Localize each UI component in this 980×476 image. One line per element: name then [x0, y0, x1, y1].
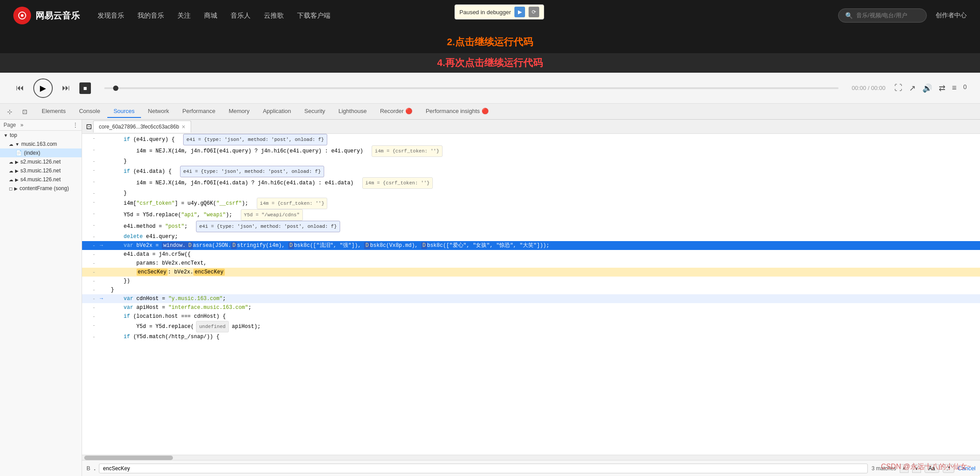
file-tree: Page » ⋮ ▼ top ☁ ▼ music.163.com 📄 (inde… [0, 120, 82, 476]
arrow-icon-5: ▶ [15, 177, 19, 182]
code-line-7: - i4m["csrf_token"] = u4y.gQ6K("__csrf")… [82, 198, 980, 209]
track-count: 0 [963, 83, 967, 93]
nav-item-follow[interactable]: 关注 [177, 12, 191, 20]
code-line-6: - } [82, 189, 980, 198]
code-line-21: - if (Y5d.match(/http_/snap/)) { [82, 332, 980, 341]
tab-lighthouse[interactable]: Lighthouse [332, 105, 373, 118]
tab-memory[interactable]: Memory [223, 105, 256, 118]
frame-icon: ◻ [9, 186, 12, 191]
volume-icon[interactable]: 🔊 [922, 83, 932, 93]
source-panel-toggle[interactable]: ⊡ [84, 122, 93, 131]
tab-sources[interactable]: Sources [107, 105, 141, 118]
file-tree-more-icon[interactable]: » [20, 122, 24, 128]
fullscreen-icon[interactable]: ⛶ [894, 83, 902, 93]
code-line-3: - } [82, 157, 980, 166]
nav-item-shop[interactable]: 商城 [204, 12, 217, 20]
code-line-17: - → var cdnHost = "y.music.163.com"; [82, 294, 980, 303]
file-label-5: s3.music.126.net [20, 168, 61, 174]
source-tab-active[interactable]: core_60a27896...3fec6cc63ac86b × [93, 121, 191, 133]
file-tree-music163[interactable]: ☁ ▼ music.163.com [0, 140, 82, 148]
tab-network[interactable]: Network [142, 105, 176, 118]
file-label-3: (index) [24, 150, 40, 156]
tab-recorder[interactable]: Recorder 🔴 [374, 105, 419, 118]
arrow-icon: ▼ [4, 133, 8, 138]
instruction-step4: 4.再次点击继续运行代码 [0, 54, 980, 72]
code-area[interactable]: - if (e4i.query) { e4i = {type: 'json', … [82, 134, 980, 455]
code-line-11: - → var bVe2x = window.Dasrsea(JSON.Dstr… [82, 241, 980, 250]
queue-icon[interactable]: ≡ [952, 83, 957, 93]
shuffle-icon[interactable]: ⇄ [939, 83, 945, 93]
file-label-2: music.163.com [21, 141, 57, 147]
search-icon: 🔍 [845, 12, 853, 19]
debugger-banner: Paused in debugger ▶ ⟳ [455, 4, 544, 20]
stop-btn[interactable]: ■ [79, 82, 91, 94]
code-line-13: - params: bVe2x.encText, [82, 259, 980, 268]
nav-item-mymusic[interactable]: 我的音乐 [137, 12, 164, 20]
find-regex-icon: . [94, 465, 96, 472]
player-controls: ⏮ ▶ ⏭ ■ [13, 78, 91, 98]
tab-application[interactable]: Application [257, 105, 298, 118]
creator-center-link[interactable]: 创作者中心 [936, 12, 967, 20]
watermark: CSDN @永远十八的小仙女~ [881, 462, 971, 472]
next-btn[interactable]: ⏭ [59, 82, 73, 95]
debugger-resume-btn[interactable]: ▶ [514, 7, 525, 17]
nav-item-cloud[interactable]: 云推歌 [264, 12, 284, 20]
nav-item-discover[interactable]: 发现音乐 [98, 12, 124, 20]
horizontal-scrollbar[interactable] [82, 455, 980, 460]
file-tree-s2[interactable]: ☁ ▶ s2.music.126.net [0, 157, 82, 166]
find-input[interactable] [99, 464, 868, 473]
file-tree-content-frame[interactable]: ◻ ▶ contentFrame (song) [0, 184, 82, 193]
svg-point-1 [21, 14, 24, 17]
devtools-layout-icon[interactable]: ⊡ [20, 106, 30, 117]
code-line-9: - e4i.method = "post"; e4i = {type: 'jso… [82, 221, 980, 232]
file-label-4: s2.music.126.net [20, 159, 61, 165]
share-icon[interactable]: ↗ [909, 83, 916, 93]
code-line-1: - if (e4i.query) { e4i = {type: 'json', … [82, 134, 980, 145]
logo-text: 网易云音乐 [35, 10, 80, 22]
code-line-2: - i4m = NEJ.X(i4m, j4n.fO6I(e4i.query) ?… [82, 145, 980, 157]
play-btn[interactable]: ▶ [33, 78, 53, 98]
file-tree-s3[interactable]: ☁ ▶ s3.music.126.net [0, 166, 82, 175]
cloud-icon-4: ☁ [9, 177, 13, 182]
arrow-icon-2: ▼ [15, 142, 20, 147]
code-line-10: - delete e4i.query; [82, 232, 980, 241]
debugger-text: Paused in debugger [459, 9, 511, 16]
file-label-7: contentFrame (song) [20, 185, 69, 191]
source-tab-close[interactable]: × [182, 123, 185, 130]
code-line-16: - } [82, 285, 980, 294]
player-progress[interactable] [104, 87, 839, 89]
nav-item-download[interactable]: 下载客户端 [297, 12, 330, 20]
tab-elements[interactable]: Elements [35, 105, 72, 118]
file-tree-index[interactable]: 📄 (index) [0, 148, 82, 157]
file-tree-options-icon[interactable]: ⋮ [73, 122, 78, 128]
arrow-icon-4: ▶ [15, 168, 19, 173]
devtools-inspect-icon[interactable]: ⊹ [4, 106, 15, 117]
source-tabs: ⊡ core_60a27896...3fec6cc63ac86b × [82, 120, 980, 134]
find-bar: B . 3 matches ∧ ∨ Aa .* Cancel [82, 460, 980, 476]
devtools: ⊹ ⊡ Elements Console Sources Network Per… [0, 104, 980, 476]
devtools-content: Page » ⋮ ▼ top ☁ ▼ music.163.com 📄 (inde… [0, 120, 980, 476]
code-line-20: - Y5d = Y5d.replace(undefined apiHost); [82, 321, 980, 332]
tab-security[interactable]: Security [298, 105, 331, 118]
tab-console[interactable]: Console [73, 105, 106, 118]
code-line-4: - if (e4i.data) { e4i = {type: 'json', m… [82, 166, 980, 177]
tab-performance[interactable]: Performance [176, 105, 221, 118]
scrollbar-thumb[interactable] [84, 456, 173, 460]
nav-item-musician[interactable]: 音乐人 [231, 12, 251, 20]
devtools-tabs: ⊹ ⊡ Elements Console Sources Network Per… [0, 104, 980, 120]
nav-bar: 网易云音乐 发现音乐 我的音乐 关注 商城 音乐人 云推歌 下载客户端 Paus… [0, 0, 980, 31]
code-line-19: - if (location.host === cdnHost) { [82, 312, 980, 321]
file-tree-header: Page » ⋮ [0, 120, 82, 131]
instruction-overlay: 2.点击继续运行代码 [0, 31, 980, 53]
nav-logo[interactable]: 网易云音乐 [13, 7, 80, 24]
tab-perf-insights[interactable]: Performance insights 🔴 [419, 105, 495, 118]
file-tree-s4[interactable]: ☁ ▶ s4.music.126.net [0, 175, 82, 184]
arrow-icon-6: ▶ [14, 186, 18, 191]
prev-btn[interactable]: ⏮ [13, 82, 27, 95]
logo-icon [13, 7, 31, 24]
page-label: Page [4, 122, 16, 128]
file-tree-top[interactable]: ▼ top [0, 131, 82, 140]
arrow-icon-3: ▶ [15, 160, 19, 164]
debugger-step-btn[interactable]: ⟳ [529, 7, 539, 17]
nav-search[interactable]: 🔍 音乐/视频/电台/用户 [838, 8, 927, 23]
